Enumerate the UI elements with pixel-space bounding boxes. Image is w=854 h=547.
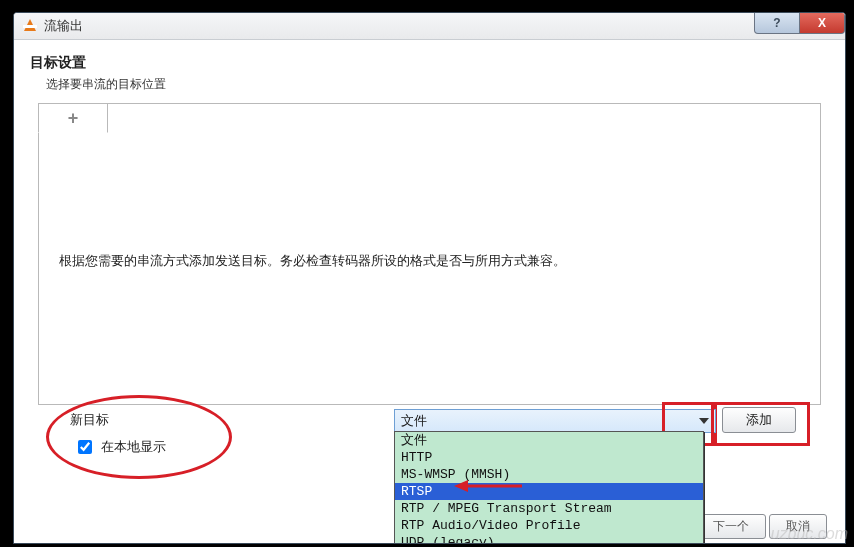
display-locally-checkbox[interactable] [78,440,92,454]
section-subtitle: 选择要串流的目标位置 [46,76,829,93]
vlc-cone-icon [22,18,38,34]
cancel-button[interactable]: 取消 [769,514,827,539]
dropdown-item[interactable]: HTTP [395,449,703,466]
chevron-down-icon [699,418,709,424]
dropdown-item[interactable]: 文件 [395,432,703,449]
combo-selected-text: 文件 [401,412,427,430]
destinations-panel: + 根据您需要的串流方式添加发送目标。务必检查转码器所设的格式是否与所用方式兼容… [38,103,821,405]
dropdown-item[interactable]: UDP (legacy) [395,534,703,544]
close-button[interactable]: X [799,13,845,34]
wizard-footer: 下一个 取消 [696,514,827,539]
help-button[interactable]: ? [754,13,800,34]
display-locally-row[interactable]: 在本地显示 [74,437,166,457]
destination-dropdown-list[interactable]: 文件 HTTP MS-WMSP (MMSH) RTSP RTP / MPEG T… [394,431,704,544]
add-button[interactable]: 添加 [722,407,796,433]
dropdown-item[interactable]: RTP Audio/Video Profile [395,517,703,534]
destination-combobox[interactable]: 文件 [394,409,716,433]
next-button[interactable]: 下一个 [696,514,766,539]
dropdown-item[interactable]: RTP / MPEG Transport Stream [395,500,703,517]
hint-text: 根据您需要的串流方式添加发送目标。务必检查转码器所设的格式是否与所用方式兼容。 [59,252,800,270]
window-controls: ? X [754,13,845,34]
display-locally-label: 在本地显示 [101,438,166,456]
section-title: 目标设置 [30,54,829,72]
new-target-label: 新目标 [70,411,109,429]
plus-icon: + [68,108,79,129]
titlebar[interactable]: 流输出 ? X [14,13,845,40]
dropdown-item-selected[interactable]: RTSP [395,483,703,500]
window-title: 流输出 [44,17,83,35]
dropdown-item[interactable]: MS-WMSP (MMSH) [395,466,703,483]
add-button-label: 添加 [746,411,772,429]
stream-output-dialog: 流输出 ? X 目标设置 选择要串流的目标位置 + 根据您需要的串流方式添加发送… [13,12,846,544]
panel-body: 根据您需要的串流方式添加发送目标。务必检查转码器所设的格式是否与所用方式兼容。 [39,132,820,404]
add-tab[interactable]: + [38,103,108,133]
